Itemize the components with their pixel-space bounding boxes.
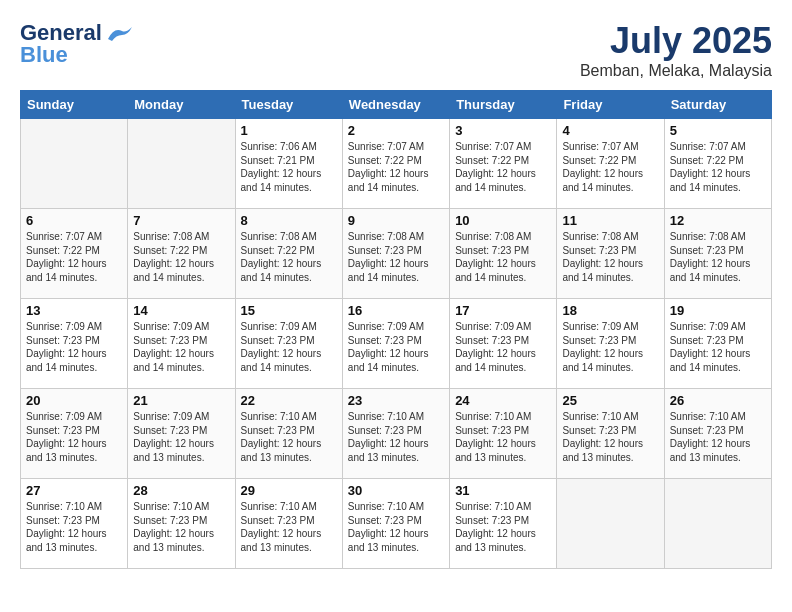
day-number: 10 — [455, 213, 551, 228]
calendar-table: SundayMondayTuesdayWednesdayThursdayFrid… — [20, 90, 772, 569]
logo-blue-text: Blue — [20, 42, 68, 68]
day-number: 20 — [26, 393, 122, 408]
calendar-cell: 15Sunrise: 7:09 AMSunset: 7:23 PMDayligh… — [235, 299, 342, 389]
day-info: Sunrise: 7:09 AMSunset: 7:23 PMDaylight:… — [562, 320, 658, 374]
day-number: 25 — [562, 393, 658, 408]
title-block: July 2025 Bemban, Melaka, Malaysia — [580, 20, 772, 80]
day-info: Sunrise: 7:09 AMSunset: 7:23 PMDaylight:… — [455, 320, 551, 374]
day-number: 19 — [670, 303, 766, 318]
calendar-cell: 17Sunrise: 7:09 AMSunset: 7:23 PMDayligh… — [450, 299, 557, 389]
day-number: 11 — [562, 213, 658, 228]
day-info: Sunrise: 7:10 AMSunset: 7:23 PMDaylight:… — [241, 410, 337, 464]
day-info: Sunrise: 7:09 AMSunset: 7:23 PMDaylight:… — [670, 320, 766, 374]
day-info: Sunrise: 7:07 AMSunset: 7:22 PMDaylight:… — [348, 140, 444, 194]
calendar-cell: 29Sunrise: 7:10 AMSunset: 7:23 PMDayligh… — [235, 479, 342, 569]
calendar-cell: 30Sunrise: 7:10 AMSunset: 7:23 PMDayligh… — [342, 479, 449, 569]
day-number: 27 — [26, 483, 122, 498]
weekday-header-saturday: Saturday — [664, 91, 771, 119]
weekday-header-monday: Monday — [128, 91, 235, 119]
day-number: 23 — [348, 393, 444, 408]
day-number: 22 — [241, 393, 337, 408]
calendar-cell: 13Sunrise: 7:09 AMSunset: 7:23 PMDayligh… — [21, 299, 128, 389]
day-info: Sunrise: 7:10 AMSunset: 7:23 PMDaylight:… — [562, 410, 658, 464]
day-info: Sunrise: 7:09 AMSunset: 7:23 PMDaylight:… — [133, 410, 229, 464]
day-number: 31 — [455, 483, 551, 498]
day-number: 17 — [455, 303, 551, 318]
day-info: Sunrise: 7:07 AMSunset: 7:22 PMDaylight:… — [26, 230, 122, 284]
calendar-cell: 19Sunrise: 7:09 AMSunset: 7:23 PMDayligh… — [664, 299, 771, 389]
calendar-cell: 28Sunrise: 7:10 AMSunset: 7:23 PMDayligh… — [128, 479, 235, 569]
day-info: Sunrise: 7:10 AMSunset: 7:23 PMDaylight:… — [455, 410, 551, 464]
day-number: 15 — [241, 303, 337, 318]
calendar-cell — [128, 119, 235, 209]
day-info: Sunrise: 7:10 AMSunset: 7:23 PMDaylight:… — [241, 500, 337, 554]
calendar-cell: 11Sunrise: 7:08 AMSunset: 7:23 PMDayligh… — [557, 209, 664, 299]
day-info: Sunrise: 7:10 AMSunset: 7:23 PMDaylight:… — [455, 500, 551, 554]
calendar-week-row: 6Sunrise: 7:07 AMSunset: 7:22 PMDaylight… — [21, 209, 772, 299]
calendar-cell: 21Sunrise: 7:09 AMSunset: 7:23 PMDayligh… — [128, 389, 235, 479]
weekday-header-tuesday: Tuesday — [235, 91, 342, 119]
calendar-cell: 23Sunrise: 7:10 AMSunset: 7:23 PMDayligh… — [342, 389, 449, 479]
day-info: Sunrise: 7:07 AMSunset: 7:22 PMDaylight:… — [455, 140, 551, 194]
day-number: 24 — [455, 393, 551, 408]
day-info: Sunrise: 7:09 AMSunset: 7:23 PMDaylight:… — [26, 320, 122, 374]
logo: General Blue — [20, 20, 132, 68]
day-number: 30 — [348, 483, 444, 498]
day-number: 2 — [348, 123, 444, 138]
calendar-cell — [557, 479, 664, 569]
day-info: Sunrise: 7:09 AMSunset: 7:23 PMDaylight:… — [241, 320, 337, 374]
day-number: 29 — [241, 483, 337, 498]
calendar-cell: 2Sunrise: 7:07 AMSunset: 7:22 PMDaylight… — [342, 119, 449, 209]
day-number: 3 — [455, 123, 551, 138]
calendar-cell: 7Sunrise: 7:08 AMSunset: 7:22 PMDaylight… — [128, 209, 235, 299]
day-info: Sunrise: 7:10 AMSunset: 7:23 PMDaylight:… — [26, 500, 122, 554]
day-info: Sunrise: 7:07 AMSunset: 7:22 PMDaylight:… — [670, 140, 766, 194]
day-number: 4 — [562, 123, 658, 138]
weekday-header-friday: Friday — [557, 91, 664, 119]
calendar-cell: 22Sunrise: 7:10 AMSunset: 7:23 PMDayligh… — [235, 389, 342, 479]
day-info: Sunrise: 7:09 AMSunset: 7:23 PMDaylight:… — [348, 320, 444, 374]
calendar-cell: 31Sunrise: 7:10 AMSunset: 7:23 PMDayligh… — [450, 479, 557, 569]
day-number: 5 — [670, 123, 766, 138]
calendar-week-row: 13Sunrise: 7:09 AMSunset: 7:23 PMDayligh… — [21, 299, 772, 389]
day-number: 28 — [133, 483, 229, 498]
location-subtitle: Bemban, Melaka, Malaysia — [580, 62, 772, 80]
calendar-cell: 18Sunrise: 7:09 AMSunset: 7:23 PMDayligh… — [557, 299, 664, 389]
calendar-cell: 25Sunrise: 7:10 AMSunset: 7:23 PMDayligh… — [557, 389, 664, 479]
day-number: 13 — [26, 303, 122, 318]
weekday-header-row: SundayMondayTuesdayWednesdayThursdayFrid… — [21, 91, 772, 119]
calendar-cell: 16Sunrise: 7:09 AMSunset: 7:23 PMDayligh… — [342, 299, 449, 389]
day-number: 16 — [348, 303, 444, 318]
day-number: 14 — [133, 303, 229, 318]
day-number: 18 — [562, 303, 658, 318]
day-number: 1 — [241, 123, 337, 138]
calendar-cell: 5Sunrise: 7:07 AMSunset: 7:22 PMDaylight… — [664, 119, 771, 209]
day-number: 7 — [133, 213, 229, 228]
day-info: Sunrise: 7:08 AMSunset: 7:23 PMDaylight:… — [670, 230, 766, 284]
day-info: Sunrise: 7:10 AMSunset: 7:23 PMDaylight:… — [133, 500, 229, 554]
calendar-cell: 26Sunrise: 7:10 AMSunset: 7:23 PMDayligh… — [664, 389, 771, 479]
calendar-cell — [664, 479, 771, 569]
day-number: 8 — [241, 213, 337, 228]
day-info: Sunrise: 7:10 AMSunset: 7:23 PMDaylight:… — [348, 410, 444, 464]
logo-bird-icon — [104, 25, 132, 43]
day-number: 9 — [348, 213, 444, 228]
day-number: 12 — [670, 213, 766, 228]
calendar-week-row: 27Sunrise: 7:10 AMSunset: 7:23 PMDayligh… — [21, 479, 772, 569]
calendar-cell: 27Sunrise: 7:10 AMSunset: 7:23 PMDayligh… — [21, 479, 128, 569]
calendar-cell: 12Sunrise: 7:08 AMSunset: 7:23 PMDayligh… — [664, 209, 771, 299]
calendar-cell: 3Sunrise: 7:07 AMSunset: 7:22 PMDaylight… — [450, 119, 557, 209]
day-info: Sunrise: 7:08 AMSunset: 7:23 PMDaylight:… — [562, 230, 658, 284]
calendar-cell: 14Sunrise: 7:09 AMSunset: 7:23 PMDayligh… — [128, 299, 235, 389]
day-info: Sunrise: 7:09 AMSunset: 7:23 PMDaylight:… — [133, 320, 229, 374]
weekday-header-sunday: Sunday — [21, 91, 128, 119]
day-info: Sunrise: 7:10 AMSunset: 7:23 PMDaylight:… — [348, 500, 444, 554]
calendar-cell: 24Sunrise: 7:10 AMSunset: 7:23 PMDayligh… — [450, 389, 557, 479]
calendar-cell: 6Sunrise: 7:07 AMSunset: 7:22 PMDaylight… — [21, 209, 128, 299]
calendar-cell — [21, 119, 128, 209]
day-info: Sunrise: 7:08 AMSunset: 7:23 PMDaylight:… — [455, 230, 551, 284]
day-info: Sunrise: 7:08 AMSunset: 7:23 PMDaylight:… — [348, 230, 444, 284]
page-header: General Blue July 2025 Bemban, Melaka, M… — [20, 20, 772, 80]
calendar-week-row: 1Sunrise: 7:06 AMSunset: 7:21 PMDaylight… — [21, 119, 772, 209]
calendar-cell: 4Sunrise: 7:07 AMSunset: 7:22 PMDaylight… — [557, 119, 664, 209]
